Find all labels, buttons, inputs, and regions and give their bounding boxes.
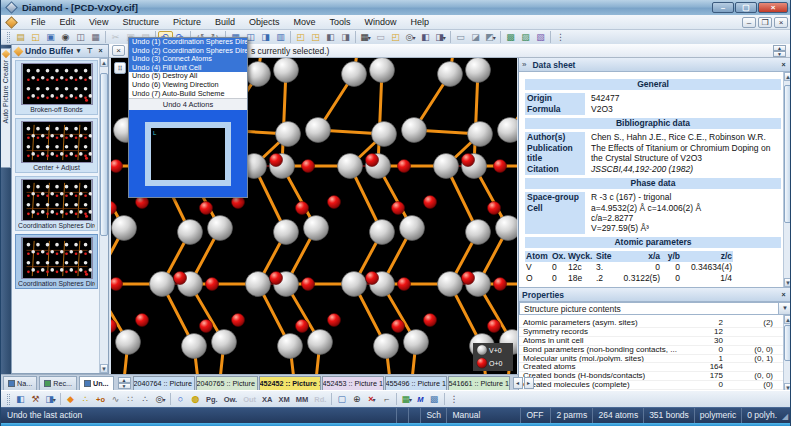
panel-menu-icon[interactable]: ▾	[73, 46, 84, 56]
oxygen-atom[interactable]	[200, 202, 213, 215]
new-document-icon[interactable]: ▤	[13, 31, 28, 44]
undo-buffer-item[interactable]: Center + Adjust	[15, 118, 98, 173]
vanadium-atom[interactable]	[374, 334, 399, 359]
vanadium-atom[interactable]	[304, 216, 329, 241]
undo-menu-item-6[interactable]: Undo (6) Viewing Direction	[129, 81, 247, 90]
undo-menu-item-7[interactable]: Undo (7) Auto-Build Scheme	[129, 90, 247, 99]
undo-menu-item-5[interactable]: Undo (5) Destroy All	[129, 72, 247, 81]
chevron-down-icon[interactable]: ▼	[778, 303, 791, 314]
vanadium-atom[interactable]	[402, 118, 427, 143]
add-atom-icon[interactable]: +o	[93, 393, 108, 406]
window-rows-icon[interactable]: ▥	[273, 31, 288, 44]
oxygen-atom[interactable]	[270, 154, 283, 167]
vanadium-atom[interactable]	[246, 272, 271, 297]
window-right-icon[interactable]: ◨	[258, 31, 273, 44]
data-sheet-close-icon[interactable]: ×	[778, 60, 789, 70]
panel-close-icon[interactable]: ×	[95, 46, 106, 56]
pg-button[interactable]: Pg.	[203, 393, 221, 406]
vanadium-atom[interactable]	[370, 220, 395, 245]
vanadium-atom[interactable]	[274, 58, 299, 83]
vanadium-atom[interactable]	[178, 220, 203, 245]
toolbar-overflow-icon[interactable]: ⋮	[447, 393, 462, 406]
molecule-icon[interactable]: ∴	[138, 393, 153, 406]
find-icon[interactable]: ◉	[58, 31, 73, 44]
properties-scrollbar[interactable]: ▲ ▼	[783, 315, 791, 392]
vanadium-atom[interactable]	[498, 118, 518, 143]
oxygen-atom[interactable]	[366, 154, 379, 167]
layout-corner2-icon[interactable]: ◩▾	[483, 31, 498, 44]
scrollbar-thumb[interactable]	[784, 85, 791, 223]
undo-menu-item-4[interactable]: Undo (4) Fill Unit Cell	[129, 64, 247, 73]
menu-tools[interactable]: Tools	[322, 16, 357, 28]
toolbar-grip[interactable]	[7, 32, 10, 43]
oxygen-atom[interactable]	[494, 278, 507, 291]
oxygen-atom[interactable]	[462, 154, 475, 167]
property-row[interactable]: Created atoms164	[519, 363, 783, 372]
distances-icon[interactable]: ◎▾	[403, 31, 418, 44]
ring-fill-icon[interactable]: ◍	[188, 393, 203, 406]
menu-objects[interactable]: Objects	[242, 16, 287, 28]
photo-icon[interactable]: ▩	[427, 393, 442, 406]
undo-menu-item-2[interactable]: Undo (2) Coordination Spheres Direct	[129, 47, 247, 56]
monitor-arrow-icon[interactable]: ◨▾	[433, 31, 448, 44]
table-icon[interactable]: ▦▾	[358, 31, 373, 44]
out-button[interactable]: Out	[240, 393, 259, 406]
connect-atoms-icon[interactable]: ∴	[78, 393, 93, 406]
mm-button[interactable]: MM	[293, 393, 312, 406]
vanadium-atom[interactable]	[112, 216, 137, 241]
build-tools-icon[interactable]: ⚒	[28, 393, 43, 406]
coordination-icon[interactable]: ◎▾	[153, 393, 168, 406]
document-icon[interactable]	[5, 16, 18, 29]
oxygen-atom[interactable]	[296, 202, 309, 215]
oxygen-atom[interactable]	[302, 160, 315, 173]
scrollbar-thumb[interactable]	[100, 73, 108, 236]
mdi-minimize-button[interactable]: –	[742, 17, 756, 28]
property-row[interactable]: Atomic parameters (asym. sites)2(2)	[519, 319, 783, 328]
oxygen-atom[interactable]	[366, 272, 379, 285]
picture-edit-icon[interactable]: ◧	[13, 393, 28, 406]
vanadium-atom[interactable]	[434, 154, 459, 179]
properties-selector[interactable]: Structure picture contents ▼	[519, 302, 791, 315]
vanadium-atom[interactable]	[404, 330, 429, 355]
tabs-scroll-down-icon[interactable]: ▼	[118, 383, 131, 389]
pin-icon[interactable]: ⊤	[84, 46, 95, 56]
vanadium-atom[interactable]	[182, 334, 207, 359]
undo-buffer-item[interactable]: Coordination Spheres Directly	[15, 176, 98, 231]
xa-button[interactable]: XA	[259, 393, 275, 406]
dock-tab-un[interactable]: Un...	[79, 376, 114, 390]
property-row[interactable]: Created bonds (H-bonds/contacts)175(0, 0…	[519, 372, 783, 381]
scroll-down-icon[interactable]: ▼	[100, 364, 108, 373]
vanadium-atom[interactable]	[400, 216, 425, 241]
scroll-up-icon[interactable]: ▲	[100, 58, 108, 67]
resize-grip[interactable]: ◢	[782, 408, 791, 423]
vanadium-atom[interactable]	[274, 220, 299, 245]
message-close-icon[interactable]: ×	[112, 45, 125, 56]
auto-picture-creator-tab[interactable]: Auto Picture Creator	[1, 48, 11, 168]
scroll-down-icon[interactable]: ▼	[784, 278, 791, 287]
ring-blue-icon[interactable]: ○	[173, 393, 188, 406]
oxygen-atom[interactable]	[270, 272, 283, 285]
property-row[interactable]: Created molecules (complete)0(0)	[519, 381, 783, 390]
chevron-right-icon[interactable]: »	[522, 60, 526, 69]
vanadium-atom[interactable]	[208, 216, 233, 241]
oxygen-atom[interactable]	[462, 272, 475, 285]
picture-tab[interactable]: 2040764 :: Picture 1	[133, 376, 195, 390]
rotate-diamond-icon[interactable]: ◆	[63, 393, 78, 406]
picture-left-icon[interactable]: ◧	[323, 31, 338, 44]
scrollbar-thumb[interactable]	[784, 325, 791, 360]
polymer-icon[interactable]: ∿	[108, 393, 123, 406]
destroy-icon[interactable]: ×▾	[364, 393, 379, 406]
vanadium-atom[interactable]	[372, 122, 397, 147]
scroll-down-icon[interactable]: ▼	[773, 51, 786, 57]
folder-new-icon[interactable]: ◰	[388, 31, 403, 44]
vanadium-atom[interactable]	[468, 122, 493, 147]
layout-corner-icon[interactable]: ◪	[468, 31, 483, 44]
picture-tab[interactable]: 452452 :: Picture 1	[259, 376, 321, 390]
vanadium-atom[interactable]	[212, 330, 237, 355]
bond-tool-icon[interactable]: ⌐	[379, 393, 394, 406]
menu-picture[interactable]: Picture	[166, 16, 208, 28]
oxygen-atom[interactable]	[398, 160, 411, 173]
oxygen-atom[interactable]	[136, 314, 149, 327]
toolbar-grip[interactable]	[7, 394, 10, 405]
color-grid-icon[interactable]: ▦▾	[399, 393, 414, 406]
